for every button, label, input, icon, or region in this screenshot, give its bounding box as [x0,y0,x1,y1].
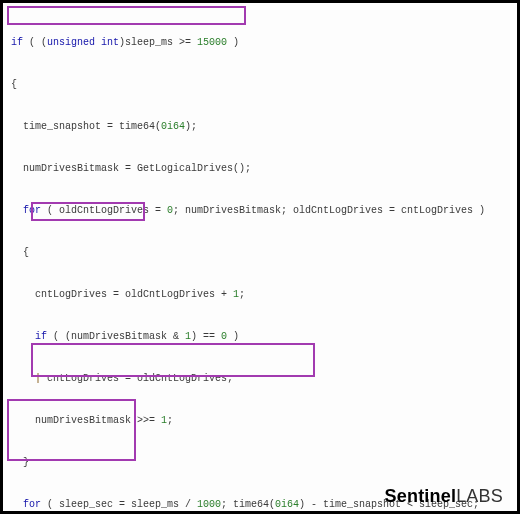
t: )sleep_ms >= [119,37,197,48]
brace: { [3,246,517,260]
t: ; [167,415,173,426]
t: ); [185,121,197,132]
num: 0i64 [275,499,299,510]
kw-for: for [23,205,41,216]
brace: { [3,78,517,92]
num: 0i64 [161,121,185,132]
code-screenshot: if ( (unsigned int)sleep_ms >= 15000 ) {… [0,0,520,514]
brace: } [3,456,517,470]
t: ) == [191,331,221,342]
t: time_snapshot = time64( [23,121,161,132]
t: ( (numDrivesBitmask & [47,331,185,342]
t: numDrivesBitmask = GetLogicalDrives(); [3,162,517,176]
watermark-part-a: Sentinel [385,486,457,506]
t: ; time64( [221,499,275,510]
t: cntLogDrives = oldCntLogDrives; [41,373,233,384]
t: ( ( [23,37,47,48]
kw-if: if [35,331,47,342]
t: ) [227,331,239,342]
watermark-sentinel-labs: SentinelLABS [385,489,503,503]
kw-if: if [11,37,23,48]
t: ; [239,289,245,300]
watermark-part-b: LABS [456,486,503,506]
t: numDrivesBitmask >>= [35,415,161,426]
num: 15000 [197,37,227,48]
t: ( sleep_sec = sleep_ms / [41,499,197,510]
t: ( oldCntLogDrives = [41,205,167,216]
type-unsigned-int: unsigned int [47,37,119,48]
kw-for: for [23,499,41,510]
t: ) [227,37,239,48]
num: 1000 [197,499,221,510]
t: ; numDrivesBitmask; oldCntLogDrives = cn… [173,205,485,216]
code-block: if ( (unsigned int)sleep_ms >= 15000 ) {… [3,8,517,514]
t: cntLogDrives = oldCntLogDrives + [35,289,233,300]
